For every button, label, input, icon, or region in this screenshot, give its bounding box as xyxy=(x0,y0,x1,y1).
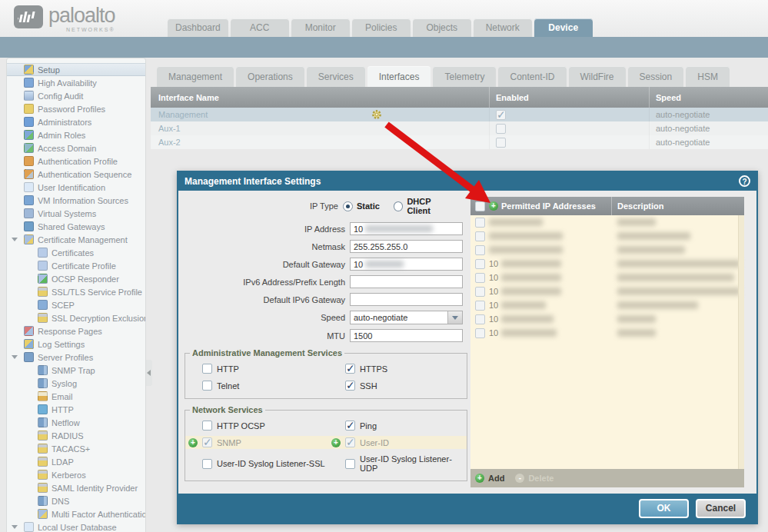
sidebar-item-tacacs[interactable]: TACACS+ xyxy=(7,442,145,455)
enabled-checkbox[interactable] xyxy=(496,110,506,120)
subtab-telemetry[interactable]: Telemetry xyxy=(433,66,496,87)
dhcp-client-radio[interactable] xyxy=(394,201,403,211)
tab-policies[interactable]: Policies xyxy=(352,18,411,37)
https-checkbox[interactable] xyxy=(345,364,355,374)
sidebar-item-administrators[interactable]: Administrators xyxy=(7,115,145,128)
sidebar-item-server-profiles[interactable]: Server Profiles xyxy=(7,351,145,364)
ok-button[interactable]: OK xyxy=(639,499,689,518)
subtab-services[interactable]: Services xyxy=(307,66,365,87)
subtab-interfaces[interactable]: Interfaces xyxy=(367,66,431,87)
sidebar-item-response-pages[interactable]: Response Pages xyxy=(7,324,145,337)
select-all-checkbox[interactable] xyxy=(475,201,485,211)
ping-checkbox[interactable] xyxy=(345,421,355,431)
permitted-ip-row[interactable]: 10 xyxy=(470,326,744,340)
permitted-ip-row[interactable] xyxy=(470,229,744,243)
sidebar-item-setup[interactable]: Setup xyxy=(7,63,145,76)
sidebar-item-virtual-systems[interactable]: Virtual Systems xyxy=(7,207,145,220)
sidebar-item-high-availability[interactable]: High Availability xyxy=(7,76,145,89)
subtab-session[interactable]: Session xyxy=(628,66,684,87)
sidebar-item-ldap[interactable]: LDAP xyxy=(7,455,145,468)
telnet-checkbox[interactable] xyxy=(202,381,212,391)
sidebar-item-ssl-decryption-exclusion[interactable]: SSL Decryption Exclusion xyxy=(7,311,145,324)
sidebar-item-admin-roles[interactable]: Admin Roles xyxy=(7,128,145,141)
http-ocsp-checkbox[interactable] xyxy=(202,421,212,431)
subtab-operations[interactable]: Operations xyxy=(236,66,304,87)
subtab-content-id[interactable]: Content-ID xyxy=(498,66,566,87)
tab-device[interactable]: Device xyxy=(534,18,593,37)
row-checkbox[interactable] xyxy=(475,314,485,324)
sidebar-item-certificate-management[interactable]: Certificate Management xyxy=(7,233,145,246)
tab-network[interactable]: Network xyxy=(474,18,532,37)
sidebar-item-http[interactable]: HTTP xyxy=(7,403,145,416)
user-id-syslog-listener-udp-checkbox[interactable] xyxy=(345,459,355,469)
sidebar-item-config-audit[interactable]: Config Audit xyxy=(7,89,145,102)
permitted-ip-row[interactable]: 10 xyxy=(470,271,744,284)
permitted-ip-scrollbar[interactable] xyxy=(738,215,744,469)
row-checkbox[interactable] xyxy=(475,301,485,311)
expand-caret-icon[interactable] xyxy=(12,238,18,241)
mtu-field[interactable]: 1500 xyxy=(350,329,463,342)
row-checkbox[interactable] xyxy=(475,218,485,228)
tab-monitor[interactable]: Monitor xyxy=(291,18,350,37)
ssh-checkbox[interactable] xyxy=(345,381,355,391)
chevron-down-icon[interactable] xyxy=(447,311,462,324)
row-checkbox[interactable] xyxy=(475,231,485,241)
permitted-ip-row[interactable] xyxy=(470,215,744,229)
user-id-syslog-listener-ssl-checkbox[interactable] xyxy=(202,459,212,469)
sidebar-item-ssl-tls-service-profile[interactable]: SSL/TLS Service Profile xyxy=(7,285,145,298)
expand-caret-icon[interactable] xyxy=(12,355,18,359)
speed-field[interactable]: auto-negotiate xyxy=(350,311,463,324)
user-id-checkbox[interactable] xyxy=(345,437,355,447)
sidebar-item-email[interactable]: Email xyxy=(7,390,145,403)
permitted-ip-row[interactable] xyxy=(470,243,744,257)
tab-objects[interactable]: Objects xyxy=(413,18,471,37)
row-checkbox[interactable] xyxy=(475,273,485,283)
ipv6-address-prefix-length-field[interactable] xyxy=(350,275,463,288)
sidebar-item-access-domain[interactable]: Access Domain xyxy=(7,141,145,155)
sidebar-item-netflow[interactable]: Netflow xyxy=(7,416,145,429)
help-icon[interactable]: ? xyxy=(739,175,750,187)
add-button[interactable]: + Add xyxy=(475,474,504,483)
permitted-ip-row[interactable]: 10 xyxy=(470,257,744,271)
sidebar-item-authentication-sequence[interactable]: Authentication Sequence xyxy=(7,168,145,181)
permitted-ip-row[interactable]: 10 xyxy=(470,298,744,312)
interface-row-management[interactable]: Managementauto-negotiate xyxy=(151,108,768,121)
row-checkbox[interactable] xyxy=(475,328,485,338)
default-ipv6-gateway-field[interactable] xyxy=(350,293,463,306)
sidebar-item-user-identification[interactable]: User Identification xyxy=(7,181,145,194)
enabled-checkbox[interactable] xyxy=(496,124,506,134)
sidebar-item-certificates[interactable]: Certificates xyxy=(7,246,145,259)
cancel-button[interactable]: Cancel xyxy=(696,499,746,518)
default-gateway-field[interactable]: 10 xyxy=(350,258,463,271)
sidebar-item-kerberos[interactable]: Kerberos xyxy=(7,468,145,481)
interface-row-aux-2[interactable]: Aux-2auto-negotiate xyxy=(151,135,768,149)
sidebar-item-local-user-database[interactable]: Local User Database xyxy=(7,520,145,532)
static-radio[interactable] xyxy=(343,201,353,211)
tab-dashboard[interactable]: Dashboard xyxy=(168,18,228,37)
sidebar-item-password-profiles[interactable]: Password Profiles xyxy=(7,102,145,115)
sidebar-item-syslog[interactable]: Syslog xyxy=(7,377,145,390)
sidebar-item-radius[interactable]: RADIUS xyxy=(7,429,145,442)
permitted-ip-row[interactable]: 10 xyxy=(470,312,744,326)
tab-acc[interactable]: ACC xyxy=(231,18,289,37)
sidebar-item-certificate-profile[interactable]: Certificate Profile xyxy=(7,259,145,272)
row-checkbox[interactable] xyxy=(475,259,485,269)
sidebar-item-ocsp-responder[interactable]: OCSP Responder xyxy=(7,272,145,285)
netmask-field[interactable]: 255.255.255.0 xyxy=(350,240,463,253)
subtab-management[interactable]: Management xyxy=(157,66,234,87)
sidebar-item-vm-information-sources[interactable]: VM Information Sources xyxy=(7,194,145,207)
sidebar-item-scep[interactable]: SCEP xyxy=(7,298,145,311)
http-checkbox[interactable] xyxy=(202,364,212,374)
delete-button[interactable]: - Delete xyxy=(515,474,554,483)
sidebar-collapse-handle[interactable] xyxy=(146,360,152,386)
ip-address-field[interactable]: 10 xyxy=(350,222,463,235)
interface-row-aux-1[interactable]: Aux-1auto-negotiate xyxy=(151,121,768,135)
sidebar-item-dns[interactable]: DNS xyxy=(7,494,145,507)
permitted-ip-row[interactable]: 10 xyxy=(470,284,744,298)
sidebar-item-multi-factor-authentication[interactable]: Multi Factor Authentication xyxy=(7,507,145,520)
sidebar-item-log-settings[interactable]: Log Settings xyxy=(7,337,145,351)
subtab-wildfire[interactable]: WildFire xyxy=(569,66,626,87)
subtab-hsm[interactable]: HSM xyxy=(686,66,730,87)
row-checkbox[interactable] xyxy=(475,287,485,297)
snmp-checkbox[interactable] xyxy=(202,437,212,447)
